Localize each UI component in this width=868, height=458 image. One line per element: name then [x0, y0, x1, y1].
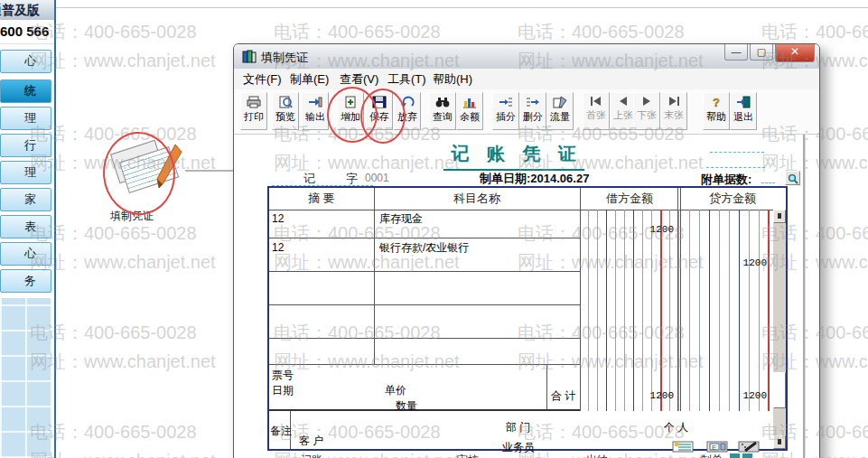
department-label[interactable]: 部 门 [506, 420, 530, 435]
divider-debit-credit-b [680, 188, 681, 411]
sidebar-item-7[interactable]: 表 [0, 215, 51, 238]
remark-section-top-line [269, 409, 580, 411]
save-button[interactable]: 保存 [366, 92, 393, 130]
last-icon [667, 96, 680, 107]
row-line-1 [269, 238, 580, 238]
menu-file[interactable]: 文件(F) [243, 71, 282, 88]
next-voucher-button[interactable]: 下张 [633, 92, 660, 130]
floppy-icon [372, 96, 387, 108]
sidebar-item-3[interactable]: 理 [0, 107, 51, 130]
voucher-entry-window: 填制凭证 — ▢ ✕ 文件(F) 制单(E) 查看(V) 工具(T) 帮助(H)… [233, 43, 820, 458]
delete-split-button[interactable]: 删分 [519, 92, 546, 130]
voucher-date[interactable]: 制单日期:2014.06.27 [480, 171, 589, 187]
voucher-table: 摘 要 科目名称 借方金额 贷方金额 12 库存现金 1200 [267, 186, 788, 451]
divider-account-debit [580, 188, 581, 411]
voucher-number[interactable]: 0001 [365, 172, 389, 184]
row2-account[interactable]: 银行存款/农业银行 [379, 240, 469, 256]
toolbar: 打印 预览 输出 增加 保存 放弃 查询 余额 [234, 89, 819, 135]
export-button[interactable]: 输出 [302, 92, 329, 130]
menu-view[interactable]: 查看(V) [340, 71, 378, 88]
minimize-button[interactable]: — [724, 44, 748, 61]
total-label: 合 计 [551, 388, 575, 404]
row1-debit-amount[interactable]: 1200 [580, 224, 674, 237]
app-edition-title: 通普及版 [0, 0, 54, 21]
add-button[interactable]: 增加 [337, 92, 364, 130]
sidebar-item-8[interactable]: 心 [0, 242, 51, 266]
sidebar-item-9[interactable]: 务 [0, 269, 51, 293]
window-titlebar[interactable]: 填制凭证 — ▢ ✕ [234, 44, 819, 70]
insert-line-icon [499, 96, 513, 108]
host-sidebar: 通普及版 600 566 心 统 理 行 理 家 表 心 务 [0, 0, 56, 458]
svg-text:?: ? [713, 96, 720, 108]
sidebar-item-6[interactable]: 家 [0, 188, 51, 211]
menu-help[interactable]: 帮助(H) [433, 71, 472, 88]
row-line-4 [269, 338, 580, 339]
agent-label[interactable]: 业务员 [502, 440, 535, 455]
row-line-3 [269, 304, 580, 305]
total-divider [546, 364, 547, 409]
cashier-label: 出纳 [586, 453, 608, 458]
print-button[interactable]: 打印 [240, 92, 267, 130]
last-voucher-button[interactable]: 末张 [660, 92, 687, 130]
sidebar-item-2-selected[interactable]: 统 [0, 79, 51, 103]
magnifier-icon [788, 173, 798, 184]
total-credit-amount: 1200 [680, 390, 767, 403]
pen-tool-icon[interactable] [738, 441, 760, 453]
help-icon: ? [710, 96, 723, 108]
auditor-label: 审核 [457, 453, 479, 458]
abandon-button[interactable]: 放弃 [394, 92, 421, 130]
cert-tool-icon[interactable] [672, 441, 694, 453]
person-label[interactable]: 个 人 [664, 420, 688, 435]
exit-button[interactable]: 退出 [730, 92, 757, 130]
maker-name-fragment-2 [742, 453, 752, 458]
divider-debit-credit-a [677, 188, 678, 411]
col-header-debit: 借方金额 [580, 188, 679, 210]
screen: 通普及版 600 566 心 统 理 行 理 家 表 心 务 填制凭证 填制凭证… [0, 0, 868, 458]
query-button[interactable]: 查询 [429, 92, 456, 130]
sidebar-item-1[interactable]: 心 [0, 50, 51, 73]
preview-button[interactable]: 预览 [272, 92, 299, 130]
watermark-row: 电话：400-665-0028电话：400-665-0028电话：400-665… [0, 20, 868, 40]
menu-voucher[interactable]: 制单(E) [290, 71, 329, 88]
sidebar-item-4[interactable]: 行 [0, 134, 51, 157]
exit-door-icon [736, 96, 751, 108]
col-header-summary: 摘 要 [269, 188, 374, 210]
bookkeeper-label: 记账 [301, 453, 322, 458]
attachment-lookup-button[interactable] [785, 171, 800, 185]
maximize-button[interactable]: ▢ [750, 44, 773, 61]
card-tool-icon[interactable]: E [706, 441, 728, 453]
row-line-2 [269, 271, 580, 272]
row1-account[interactable]: 库存现金 [379, 211, 423, 227]
remark-label: 备注 [270, 424, 292, 439]
balance-button[interactable]: 余额 [456, 92, 483, 130]
binoculars-icon [435, 96, 450, 108]
voucher-scrollbar[interactable] [773, 210, 786, 449]
ticket-date-label: 日期 [272, 383, 294, 398]
next-icon [640, 96, 653, 107]
row1-summary[interactable]: 12 [272, 212, 284, 225]
scrollbar-thumb[interactable] [773, 372, 786, 408]
qty-label: 数量 [396, 398, 417, 414]
close-button[interactable]: ✕ [775, 44, 815, 62]
window-ledger-icon [242, 49, 257, 64]
cashflow-button[interactable]: 流量 [546, 92, 574, 130]
undo-icon [400, 96, 415, 108]
bar-chart-icon [462, 96, 477, 108]
scrollbar-up-button[interactable] [773, 210, 786, 223]
printer-icon [247, 96, 261, 108]
col-header-account: 科目名称 [374, 188, 580, 210]
prev-icon [617, 96, 630, 107]
row2-credit-amount[interactable]: 1200 [680, 257, 767, 270]
scrollbar-down-button[interactable] [773, 435, 786, 449]
insert-split-button[interactable]: 插分 [492, 92, 519, 130]
first-icon [590, 96, 602, 107]
attach-dash-1 [710, 152, 764, 153]
first-voucher-button[interactable]: 首张 [583, 92, 610, 130]
flow-icon-label: 填制凭证 [110, 209, 154, 224]
menu-tools[interactable]: 工具(T) [387, 71, 426, 88]
add-page-icon [343, 96, 358, 108]
customer-label[interactable]: 客 户 [299, 434, 323, 449]
row2-summary[interactable]: 12 [272, 241, 284, 254]
sidebar-item-5[interactable]: 理 [0, 161, 51, 184]
help-button[interactable]: ? 帮助 [703, 92, 730, 130]
